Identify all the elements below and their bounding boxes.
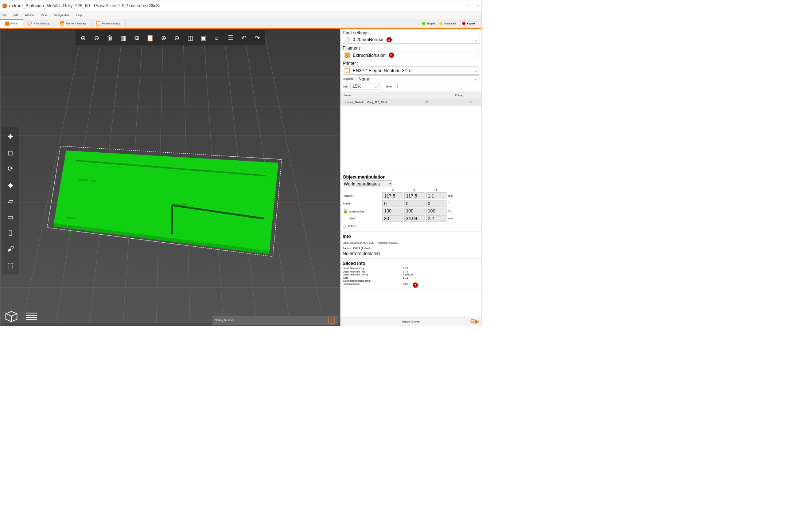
- remove-object-button[interactable]: ⊖: [90, 31, 103, 44]
- cut-tool[interactable]: ▱: [3, 193, 17, 208]
- lock-icon[interactable]: 🔒: [343, 208, 348, 213]
- badge-3: 3: [413, 282, 418, 288]
- viewport-left-toolbar: ✥ ◻ ⟳ ◆ ▱ ▭ ⌷ 🖌 ⬚: [2, 127, 19, 274]
- info-volume-value: 4326.81: [389, 241, 399, 245]
- split-part-button[interactable]: ▣: [197, 31, 210, 44]
- sliced-eta-value: 30m: [403, 282, 408, 288]
- mode-advanced[interactable]: Advanced: [439, 22, 456, 25]
- tab-printer-label: Printer Settings: [102, 22, 120, 25]
- size-z-input[interactable]: [426, 215, 446, 222]
- mode-expert[interactable]: Expert: [460, 21, 477, 26]
- filament-icon: [60, 21, 64, 26]
- maximize-icon[interactable]: ▢: [468, 4, 471, 7]
- print-settings-select[interactable]: 0.20mmNormal 1 ⌄: [343, 36, 479, 44]
- model-preview[interactable]: Metallic Grey N225° B60° extrudr Biofusi…: [47, 138, 288, 263]
- red-dot-icon: [462, 22, 466, 25]
- sliced-header: Sliced Info: [343, 261, 479, 266]
- tab-printer-settings[interactable]: Printer Settings: [92, 19, 126, 28]
- split-object-button[interactable]: ◫: [184, 31, 197, 44]
- menu-file[interactable]: File: [3, 13, 7, 17]
- menu-configuration[interactable]: Configuration: [54, 13, 70, 17]
- infill-select[interactable]: 15% ⌄: [350, 83, 380, 90]
- sliced-info-panel: Sliced Info Used Filament (g) 5.33 Used …: [341, 259, 482, 290]
- search-button[interactable]: ⌕: [210, 31, 224, 44]
- search-remove-button[interactable]: ⊖: [170, 31, 184, 44]
- paint-tool[interactable]: 🖌: [3, 242, 17, 256]
- yellow-dot-icon: [439, 22, 443, 25]
- redo-button[interactable]: ↷: [251, 31, 264, 44]
- scale-tool[interactable]: ◆: [3, 177, 17, 192]
- sliced-mm3-label: Used Filament (mm³): [343, 273, 398, 276]
- status-close-button[interactable]: ✕: [328, 317, 335, 324]
- tab-plater[interactable]: Plater: [0, 19, 23, 28]
- rot-y-input[interactable]: [404, 200, 424, 207]
- edit-object-icon[interactable]: ✎: [469, 99, 472, 104]
- printer-value: EN3P * Elegoo Neptune-3Pro: [353, 68, 412, 73]
- scale-label: Scale factors:: [349, 210, 365, 214]
- printer-select[interactable]: EN3P * Elegoo Neptune-3Pro ⌄: [343, 67, 479, 75]
- print-settings-label: Print settings :: [343, 30, 479, 35]
- add-object-button[interactable]: ⊕: [77, 31, 90, 44]
- mode-expert-label: Expert: [467, 22, 475, 25]
- tab-filament-settings[interactable]: Filament Settings: [55, 19, 92, 28]
- size-y-input[interactable]: [404, 215, 424, 222]
- select-tool[interactable]: ◻: [3, 145, 17, 160]
- scale-y-input[interactable]: [404, 208, 424, 214]
- visibility-icon[interactable]: 👁: [425, 100, 429, 105]
- rot-z-input[interactable]: [426, 200, 446, 207]
- menu-window[interactable]: Window: [25, 13, 34, 17]
- support-tool[interactable]: ⬚: [3, 258, 17, 272]
- scale-z-input[interactable]: [426, 208, 446, 214]
- sliced-eta-mode: - normal mode: [343, 282, 398, 288]
- infill-label: Infill:: [343, 85, 348, 88]
- viewport-3d[interactable]: ⊕ ⊖ 🗑 ▦ ⧉ 📋 ⊕ ⊖ ◫ ▣ ⌕ ☰ ↶ ↷ ✥ ◻ ⟳ ◆ ▱ ▭ …: [0, 29, 341, 326]
- object-list-item[interactable]: extrudr_Biofusio... Grey_225_60.stl 👁 ✎: [341, 98, 482, 106]
- scale-x-input[interactable]: [382, 208, 402, 214]
- move-tool[interactable]: ✥: [3, 129, 17, 144]
- pos-z-input[interactable]: [426, 192, 446, 199]
- svg-line-26: [11, 314, 17, 316]
- rotate-tool[interactable]: ⟳: [3, 161, 17, 176]
- size-x-input[interactable]: [382, 215, 402, 222]
- menu-edit[interactable]: Edit: [13, 13, 18, 17]
- mode-simple[interactable]: Simple: [422, 22, 435, 25]
- brim-checkbox[interactable]: [395, 85, 398, 88]
- col-y: Y: [404, 188, 424, 192]
- paste-button[interactable]: 📋: [143, 31, 157, 44]
- object-list-editing-header: Editing: [437, 94, 482, 97]
- copy-button[interactable]: ⧉: [130, 31, 144, 44]
- pos-x-input[interactable]: [382, 192, 402, 199]
- view-layers-button[interactable]: [22, 309, 41, 324]
- menu-help[interactable]: Help: [76, 13, 82, 17]
- close-icon[interactable]: ✕: [477, 4, 479, 7]
- supports-select[interactable]: None ⌄: [357, 75, 479, 82]
- seam-tool[interactable]: ⌷: [3, 226, 17, 240]
- coord-mode-select[interactable]: World coordinates: [343, 180, 392, 187]
- tab-print-settings[interactable]: Print Settings: [23, 19, 55, 28]
- position-label: Position:: [343, 194, 381, 197]
- place-on-face-tool[interactable]: ▭: [3, 210, 17, 224]
- search-add-button[interactable]: ⊕: [157, 31, 170, 44]
- chevron-down-icon: ⌄: [474, 77, 477, 81]
- viewport-view-buttons: [2, 309, 41, 324]
- arrange-button[interactable]: ▦: [117, 31, 130, 44]
- filament-select[interactable]: ExtrudrBiofusion 2 ⌄: [343, 51, 479, 59]
- pos-y-input[interactable]: [404, 192, 424, 199]
- chevron-down-icon: ⌄: [474, 38, 477, 42]
- minimize-icon[interactable]: ―: [459, 4, 462, 7]
- supports-label: Supports:: [343, 77, 354, 81]
- size-label: Size:: [343, 217, 381, 220]
- undo-button[interactable]: ↶: [237, 31, 251, 44]
- info-panel: Info Size: 80.00 x 34.99 x 2.20 Volume: …: [341, 231, 482, 258]
- view-3d-button[interactable]: [2, 309, 21, 324]
- inches-checkbox[interactable]: [343, 223, 346, 230]
- object-manipulation-panel: Object manipulation World coordinates X …: [341, 172, 482, 231]
- export-gcode-button[interactable]: Export G-code G▶: [341, 317, 482, 326]
- variable-layer-button[interactable]: ☰: [224, 31, 237, 44]
- menu-view[interactable]: View: [41, 13, 47, 17]
- rot-x-input[interactable]: [382, 200, 402, 207]
- trash-button[interactable]: 🗑: [103, 31, 117, 44]
- sliced-mm3-value: 4294.69: [403, 273, 413, 276]
- sliced-cost-label: Cost: [343, 276, 398, 279]
- window-title: extrudr_Biofusion_Metallic Grey_225_60 -…: [9, 3, 160, 8]
